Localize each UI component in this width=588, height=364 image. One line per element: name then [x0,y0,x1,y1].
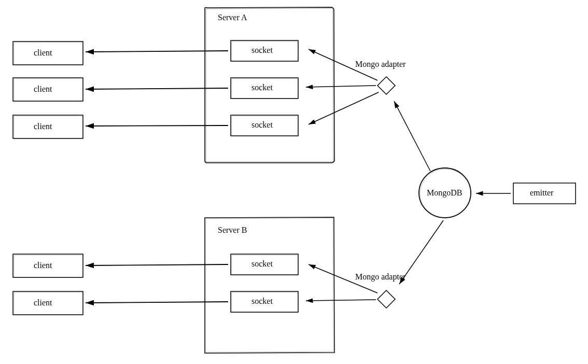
arrow-mongo-adapter-a [394,101,430,171]
arrow-socket-client-a3 [86,125,228,126]
socket-a1-label: socket [251,46,273,55]
mongo-adapter-b-label: Mongo adapter [355,272,405,282]
mongo-adapter-b-diamond [377,290,395,308]
arrow-mongo-adapter-b [399,220,443,284]
socket-b2-label: socket [251,297,273,306]
server-b-box [205,217,334,353]
client-b2-label: client [34,298,52,307]
architecture-diagram [0,0,588,364]
arrow-adapter-socket-a2 [306,86,376,87]
server-b-label: Server B [218,226,247,235]
mongodb-label: MongoDB [427,188,462,198]
arrow-socket-client-a2 [86,88,228,89]
arrow-adapter-socket-a3 [309,92,379,124]
client-a3-label: client [34,122,52,131]
arrow-socket-client-b1 [86,264,228,265]
server-a-label: Server A [218,13,247,22]
socket-b1-label: socket [251,259,273,269]
arrow-adapter-socket-b2 [306,300,376,301]
socket-a2-label: socket [251,83,273,92]
socket-a3-label: socket [251,120,273,130]
client-a1-label: client [34,48,52,58]
mongo-adapter-a-diamond [377,77,395,94]
client-a2-label: client [34,85,52,94]
client-b1-label: client [34,261,52,270]
arrow-socket-client-a1 [86,51,228,52]
mongo-adapter-a-label: Mongo adapter [355,60,405,69]
emitter-label: emitter [530,188,553,198]
arrow-socket-client-b2 [86,302,228,303]
